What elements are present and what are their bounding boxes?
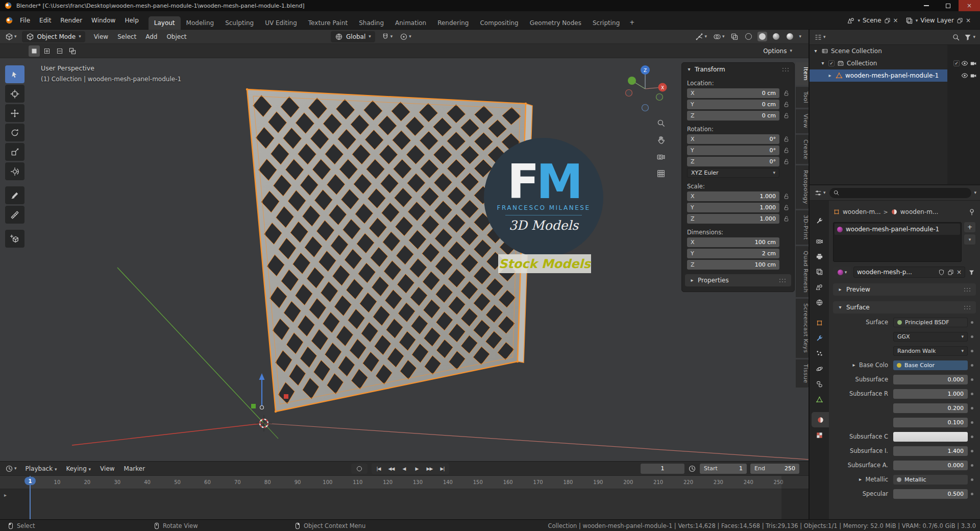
transport-play-reverse-button[interactable]: ◀ xyxy=(398,464,410,474)
workspace-tab-texture-paint[interactable]: Texture Paint xyxy=(303,16,353,30)
workspace-tab-compositing[interactable]: Compositing xyxy=(474,16,524,30)
outliner-search-button[interactable] xyxy=(952,33,960,41)
workspace-tab-sculpting[interactable]: Sculpting xyxy=(219,16,259,30)
decorator-dot[interactable] xyxy=(968,364,976,367)
properties-tab-tool[interactable] xyxy=(810,213,829,228)
lock-toggle[interactable] xyxy=(782,101,790,108)
tool-tweak-select[interactable] xyxy=(5,65,24,83)
scale-x-field[interactable]: X1.000 xyxy=(687,191,779,201)
outliner-filter-button[interactable]: ▾ xyxy=(963,33,976,41)
tool-scale[interactable] xyxy=(5,143,24,161)
outliner-editor-type-button[interactable]: ▾ xyxy=(813,33,827,41)
start-frame-field[interactable]: Start1 xyxy=(700,464,747,474)
unlink-material-button[interactable]: × xyxy=(957,269,962,275)
lock-toggle[interactable] xyxy=(782,147,790,154)
surface-section-header[interactable]: ▾ Surface xyxy=(833,301,976,313)
transport-next-key-button[interactable]: ▶▶ xyxy=(423,464,436,474)
add-workspace-button[interactable]: + xyxy=(625,16,639,30)
minimize-button[interactable] xyxy=(916,0,937,11)
workspace-tab-layout[interactable]: Layout xyxy=(149,16,181,30)
properties-tab-object-data[interactable] xyxy=(810,392,829,407)
decorator-dot[interactable] xyxy=(968,464,976,467)
lock-toggle[interactable] xyxy=(782,136,790,142)
select-mode-intersect-button[interactable] xyxy=(67,45,78,57)
timeline-menu-keying[interactable]: Keying ▾ xyxy=(61,464,95,474)
tool-transform[interactable] xyxy=(5,162,24,180)
properties-tab-view-layer[interactable] xyxy=(810,264,829,279)
tool-measure[interactable] xyxy=(5,206,24,224)
object-crumb-label[interactable]: wooden-m... xyxy=(843,208,881,215)
menu-window[interactable]: Window xyxy=(87,15,120,26)
maximize-button[interactable] xyxy=(937,0,959,11)
properties-tab-material[interactable] xyxy=(812,412,829,427)
pan-control[interactable] xyxy=(656,135,666,144)
browse-material-button[interactable]: ▾ xyxy=(833,267,851,278)
number-field[interactable]: 0.100 xyxy=(893,418,968,427)
decorator-dot[interactable] xyxy=(968,407,976,409)
close-button[interactable]: × xyxy=(959,0,980,11)
timeline-menu-marker[interactable]: Marker xyxy=(119,464,150,474)
timeline-menu-playback[interactable]: Playback ▾ xyxy=(21,464,62,474)
camera-view-control[interactable] xyxy=(656,152,666,161)
properties-tab-texture[interactable] xyxy=(810,427,829,443)
dimensions-z-field[interactable]: Z100 cm xyxy=(687,260,779,270)
decorator-dot[interactable] xyxy=(968,321,976,324)
transport-prev-key-button[interactable]: ◀◀ xyxy=(385,464,398,474)
decorator-dot[interactable] xyxy=(968,335,976,338)
shading-solid-button[interactable] xyxy=(757,32,767,41)
linked-field[interactable]: Metallic xyxy=(893,475,968,485)
dimensions-y-field[interactable]: Y2 cm xyxy=(687,249,779,258)
decorator-dot[interactable] xyxy=(968,421,976,424)
snap-toggle[interactable]: ▾ xyxy=(380,33,394,41)
tool-add-cube[interactable] xyxy=(5,230,24,248)
viewport-menu-object[interactable]: Object xyxy=(162,32,191,42)
material-slot-row[interactable]: wooden-mesh-panel-module-1 xyxy=(835,224,960,235)
viewport-menu-add[interactable]: Add xyxy=(141,32,162,42)
ortho-toggle-control[interactable] xyxy=(656,169,666,178)
lock-toggle[interactable] xyxy=(782,112,790,119)
timeline-editor-type-button[interactable]: ▾ xyxy=(4,465,18,473)
dropdown-field[interactable]: GGX▾ xyxy=(893,332,968,342)
decorator-dot[interactable] xyxy=(968,393,976,395)
hide-viewport-toggle[interactable] xyxy=(961,60,968,67)
viewport-menu-view[interactable]: View xyxy=(89,32,113,42)
dropdown-field[interactable]: Random Walk▾ xyxy=(893,346,968,356)
viewport-menu-select[interactable]: Select xyxy=(113,32,141,42)
workspace-tab-uv-editing[interactable]: UV Editing xyxy=(259,16,303,30)
menu-help[interactable]: Help xyxy=(120,15,143,26)
workspace-tab-shading[interactable]: Shading xyxy=(353,16,389,30)
slot-specials-button[interactable]: ▾ xyxy=(964,234,975,245)
outliner-row-scene-collection[interactable]: ▾Scene Collection xyxy=(810,45,980,57)
xray-toggle[interactable] xyxy=(729,33,740,41)
lock-toggle[interactable] xyxy=(782,158,790,165)
dimensions-x-field[interactable]: X100 cm xyxy=(687,237,779,247)
select-mode-new-button[interactable] xyxy=(29,45,40,57)
location-y-field[interactable]: Y0 cm xyxy=(687,100,779,109)
use-preview-range-toggle[interactable] xyxy=(688,465,696,473)
properties-tab-world[interactable] xyxy=(810,295,829,310)
outliner-row-collection[interactable]: ▾✓Collection✓ xyxy=(810,57,980,69)
unlink-view-layer-selector-button[interactable]: × xyxy=(966,17,971,24)
new-material-button[interactable] xyxy=(947,269,954,276)
rotation-mode-dropdown[interactable]: XYZ Euler▾ xyxy=(687,168,779,178)
material-slot-list[interactable]: wooden-mesh-panel-module-1 xyxy=(833,222,962,262)
preview-section-header[interactable]: ▸ Preview xyxy=(833,283,976,296)
transform-panel-header[interactable]: ▾Transform xyxy=(682,63,794,76)
number-field[interactable]: 0.200 xyxy=(893,403,968,413)
decorator-dot[interactable] xyxy=(968,493,976,495)
current-frame-field[interactable]: 1 xyxy=(641,464,684,474)
tool-move[interactable] xyxy=(5,104,24,122)
sidebar-tab-screencast-keys[interactable]: Screencast Keys xyxy=(796,299,809,357)
pin-icon[interactable] xyxy=(968,208,976,216)
viewport-canvas[interactable]: ZX User Perspective (1) Collection | woo… xyxy=(0,58,810,461)
outliner-row-main[interactable]: ▾Scene Collection xyxy=(810,45,947,57)
properties-tab-particles[interactable] xyxy=(810,346,829,361)
shading-wireframe-button[interactable] xyxy=(744,32,753,41)
lock-toggle[interactable] xyxy=(782,204,790,211)
outliner-row-wooden-mesh-panel-module-1[interactable]: ▸wooden-mesh-panel-module-1 xyxy=(810,69,980,82)
number-field[interactable]: 1.000 xyxy=(893,389,968,399)
outliner-row-main[interactable]: ▸wooden-mesh-panel-module-1 xyxy=(810,69,947,82)
properties-editor-type-button[interactable]: ▾ xyxy=(813,189,827,197)
timeline-ruler[interactable]: 1020304050607080901001101201301401501601… xyxy=(0,476,808,489)
lock-toggle[interactable] xyxy=(782,90,790,96)
